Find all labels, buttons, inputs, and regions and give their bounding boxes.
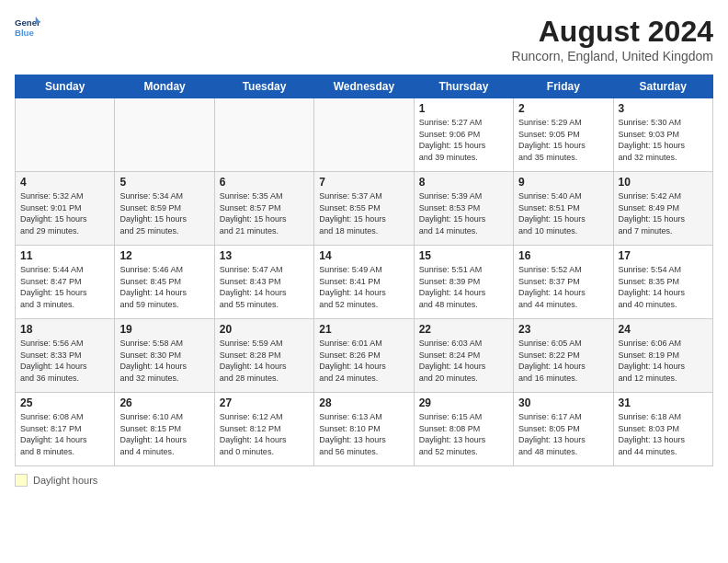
day-number: 29 — [419, 396, 508, 409]
calendar-cell: 1Sunrise: 5:27 AM Sunset: 9:06 PM Daylig… — [414, 98, 513, 172]
calendar-cell: 18Sunrise: 5:56 AM Sunset: 8:33 PM Dayli… — [16, 319, 115, 393]
day-number: 4 — [20, 176, 109, 189]
day-number: 16 — [518, 249, 608, 262]
weekday-header-cell: Saturday — [613, 75, 712, 98]
day-info: Sunrise: 6:03 AM Sunset: 8:24 PM Dayligh… — [419, 338, 508, 384]
day-info: Sunrise: 5:37 AM Sunset: 8:55 PM Dayligh… — [319, 190, 408, 236]
day-info: Sunrise: 6:01 AM Sunset: 8:26 PM Dayligh… — [319, 338, 408, 384]
legend-box — [15, 474, 28, 487]
calendar-cell: 23Sunrise: 6:05 AM Sunset: 8:22 PM Dayli… — [514, 319, 613, 393]
calendar-cell — [16, 98, 115, 172]
calendar-cell: 14Sunrise: 5:49 AM Sunset: 8:41 PM Dayli… — [314, 246, 414, 319]
calendar-cell: 15Sunrise: 5:51 AM Sunset: 8:39 PM Dayli… — [414, 246, 513, 319]
day-number: 10 — [619, 176, 708, 189]
day-number: 1 — [419, 102, 508, 115]
calendar-week-row: 4Sunrise: 5:32 AM Sunset: 9:01 PM Daylig… — [16, 172, 713, 246]
calendar-cell — [115, 98, 214, 172]
page-header: General Blue August 2024 Runcorn, Englan… — [15, 15, 713, 63]
calendar-table: SundayMondayTuesdayWednesdayThursdayFrid… — [15, 75, 713, 466]
day-number: 26 — [119, 396, 209, 409]
title-block: August 2024 Runcorn, England, United Kin… — [512, 15, 713, 63]
day-info: Sunrise: 6:15 AM Sunset: 8:08 PM Dayligh… — [419, 411, 508, 457]
day-info: Sunrise: 5:34 AM Sunset: 8:59 PM Dayligh… — [119, 190, 209, 236]
day-number: 5 — [119, 176, 209, 189]
calendar-week-row: 18Sunrise: 5:56 AM Sunset: 8:33 PM Dayli… — [16, 319, 713, 393]
calendar-cell: 26Sunrise: 6:10 AM Sunset: 8:15 PM Dayli… — [115, 393, 214, 466]
svg-text:Blue: Blue — [15, 28, 34, 38]
calendar-week-row: 11Sunrise: 5:44 AM Sunset: 8:47 PM Dayli… — [16, 246, 713, 319]
day-number: 12 — [119, 249, 209, 262]
calendar-cell: 28Sunrise: 6:13 AM Sunset: 8:10 PM Dayli… — [314, 393, 414, 466]
day-info: Sunrise: 5:58 AM Sunset: 8:30 PM Dayligh… — [119, 338, 209, 384]
day-number: 19 — [119, 323, 209, 336]
month-year: August 2024 — [512, 15, 713, 49]
day-info: Sunrise: 5:47 AM Sunset: 8:43 PM Dayligh… — [220, 264, 309, 310]
day-info: Sunrise: 5:27 AM Sunset: 9:06 PM Dayligh… — [419, 117, 508, 163]
location: Runcorn, England, United Kingdom — [512, 49, 713, 63]
calendar-cell: 16Sunrise: 5:52 AM Sunset: 8:37 PM Dayli… — [514, 246, 613, 319]
calendar-cell: 7Sunrise: 5:37 AM Sunset: 8:55 PM Daylig… — [314, 172, 414, 246]
calendar-cell: 27Sunrise: 6:12 AM Sunset: 8:12 PM Dayli… — [214, 393, 313, 466]
calendar-cell: 19Sunrise: 5:58 AM Sunset: 8:30 PM Dayli… — [115, 319, 214, 393]
calendar-cell: 20Sunrise: 5:59 AM Sunset: 8:28 PM Dayli… — [214, 319, 313, 393]
day-info: Sunrise: 5:59 AM Sunset: 8:28 PM Dayligh… — [220, 338, 309, 384]
day-info: Sunrise: 5:35 AM Sunset: 8:57 PM Dayligh… — [220, 190, 309, 236]
weekday-header-cell: Monday — [115, 75, 214, 98]
day-number: 22 — [419, 323, 508, 336]
day-number: 25 — [20, 396, 109, 409]
day-number: 7 — [319, 176, 408, 189]
day-info: Sunrise: 6:05 AM Sunset: 8:22 PM Dayligh… — [518, 338, 608, 384]
day-number: 8 — [419, 176, 508, 189]
day-number: 13 — [220, 249, 309, 262]
calendar-cell: 5Sunrise: 5:34 AM Sunset: 8:59 PM Daylig… — [115, 172, 214, 246]
calendar-cell: 11Sunrise: 5:44 AM Sunset: 8:47 PM Dayli… — [16, 246, 115, 319]
day-info: Sunrise: 5:54 AM Sunset: 8:35 PM Dayligh… — [619, 264, 708, 310]
calendar-cell — [314, 98, 414, 172]
footer: Daylight hours — [15, 474, 713, 487]
day-number: 2 — [518, 102, 608, 115]
calendar-cell: 25Sunrise: 6:08 AM Sunset: 8:17 PM Dayli… — [16, 393, 115, 466]
day-info: Sunrise: 6:06 AM Sunset: 8:19 PM Dayligh… — [619, 338, 708, 384]
day-info: Sunrise: 6:13 AM Sunset: 8:10 PM Dayligh… — [319, 411, 408, 457]
calendar-week-row: 25Sunrise: 6:08 AM Sunset: 8:17 PM Dayli… — [16, 393, 713, 466]
day-number: 23 — [518, 323, 608, 336]
calendar-cell: 2Sunrise: 5:29 AM Sunset: 9:05 PM Daylig… — [514, 98, 613, 172]
day-info: Sunrise: 5:46 AM Sunset: 8:45 PM Dayligh… — [119, 264, 209, 310]
calendar-cell: 17Sunrise: 5:54 AM Sunset: 8:35 PM Dayli… — [613, 246, 712, 319]
weekday-header-cell: Tuesday — [214, 75, 313, 98]
day-info: Sunrise: 5:29 AM Sunset: 9:05 PM Dayligh… — [518, 117, 608, 163]
weekday-header-cell: Sunday — [16, 75, 115, 98]
day-number: 24 — [619, 323, 708, 336]
calendar-week-row: 1Sunrise: 5:27 AM Sunset: 9:06 PM Daylig… — [16, 98, 713, 172]
calendar-cell: 6Sunrise: 5:35 AM Sunset: 8:57 PM Daylig… — [214, 172, 313, 246]
calendar-cell: 24Sunrise: 6:06 AM Sunset: 8:19 PM Dayli… — [613, 319, 712, 393]
calendar-cell: 31Sunrise: 6:18 AM Sunset: 8:03 PM Dayli… — [613, 393, 712, 466]
calendar-cell: 4Sunrise: 5:32 AM Sunset: 9:01 PM Daylig… — [16, 172, 115, 246]
logo: General Blue — [15, 15, 40, 40]
day-info: Sunrise: 5:32 AM Sunset: 9:01 PM Dayligh… — [20, 190, 109, 236]
day-number: 9 — [518, 176, 608, 189]
day-number: 17 — [619, 249, 708, 262]
day-info: Sunrise: 5:30 AM Sunset: 9:03 PM Dayligh… — [619, 117, 708, 163]
day-number: 15 — [419, 249, 508, 262]
day-number: 27 — [220, 396, 309, 409]
day-info: Sunrise: 6:10 AM Sunset: 8:15 PM Dayligh… — [119, 411, 209, 457]
calendar-cell: 10Sunrise: 5:42 AM Sunset: 8:49 PM Dayli… — [613, 172, 712, 246]
day-number: 21 — [319, 323, 408, 336]
calendar-cell — [214, 98, 313, 172]
day-number: 28 — [319, 396, 408, 409]
calendar-cell: 22Sunrise: 6:03 AM Sunset: 8:24 PM Dayli… — [414, 319, 513, 393]
calendar-cell: 3Sunrise: 5:30 AM Sunset: 9:03 PM Daylig… — [613, 98, 712, 172]
day-info: Sunrise: 5:52 AM Sunset: 8:37 PM Dayligh… — [518, 264, 608, 310]
legend-label: Daylight hours — [33, 475, 97, 486]
day-info: Sunrise: 5:56 AM Sunset: 8:33 PM Dayligh… — [20, 338, 109, 384]
logo-icon: General Blue — [15, 15, 40, 40]
calendar-cell: 29Sunrise: 6:15 AM Sunset: 8:08 PM Dayli… — [414, 393, 513, 466]
calendar-cell: 30Sunrise: 6:17 AM Sunset: 8:05 PM Dayli… — [514, 393, 613, 466]
day-info: Sunrise: 5:49 AM Sunset: 8:41 PM Dayligh… — [319, 264, 408, 310]
day-number: 31 — [619, 396, 708, 409]
weekday-header-cell: Friday — [514, 75, 613, 98]
calendar-cell: 12Sunrise: 5:46 AM Sunset: 8:45 PM Dayli… — [115, 246, 214, 319]
day-info: Sunrise: 6:17 AM Sunset: 8:05 PM Dayligh… — [518, 411, 608, 457]
day-info: Sunrise: 6:08 AM Sunset: 8:17 PM Dayligh… — [20, 411, 109, 457]
